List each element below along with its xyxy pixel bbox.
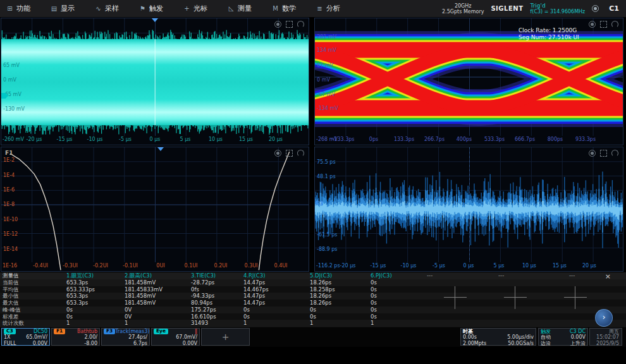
menu-item-math[interactable]: M数学 <box>269 4 314 13</box>
trigger-right: 上升沿 <box>570 341 586 346</box>
bathtub-plot[interactable] <box>1 147 309 272</box>
notification-icon[interactable] <box>592 5 599 12</box>
measure-value: 181.458mV <box>125 279 156 286</box>
measure-row-label: 当前值 <box>3 279 19 286</box>
more-icon[interactable] <box>611 21 618 28</box>
menu-item-display[interactable]: ▤显示 <box>48 4 92 13</box>
measure-column-header[interactable]: 6.PJ(C3) <box>371 272 392 279</box>
channel-descriptor-f1[interactable]: F1Bathtub2.00/-8.00 <box>51 328 100 346</box>
menu-item-analysis[interactable]: ≣分析 <box>314 4 358 13</box>
close-icon[interactable]: × <box>605 272 611 281</box>
measure-column-header[interactable]: --- <box>427 272 433 279</box>
measure-value: 0s <box>371 313 377 320</box>
menu-item-cursor[interactable]: +光标 <box>181 4 225 13</box>
x-tick-label: 20 µs <box>269 136 283 142</box>
measure-column-header[interactable]: 2.眼高(C3) <box>125 272 152 279</box>
camera-icon[interactable] <box>274 21 281 28</box>
camera-icon[interactable] <box>274 150 281 157</box>
y-tick-label: 75.5 ps <box>317 159 336 165</box>
measure-column-header[interactable]: 5.DJ(C3) <box>310 272 332 279</box>
panel-eye-diagram[interactable]: 201 mV134 mV67 mV0 mV-67 mV-134 mV -268 … <box>314 18 623 145</box>
measure-value: 175.27ps <box>191 306 216 313</box>
measure-row-label: 峰-峰值 <box>3 306 21 313</box>
channel-tag: ‖ <box>195 329 197 334</box>
measure-column-header[interactable]: 3.TIE(C3) <box>191 272 216 279</box>
waveform-x-axis: -260 mV-20 µs-15 µs-10 µs-5 µs0 µs5 µs10… <box>1 136 309 144</box>
x-tick-label: -5 µs <box>119 136 132 142</box>
channel-descriptor-f3[interactable]: F3Track(meas3)27.4ps/6.7ps <box>101 328 150 346</box>
descriptor-header: F3Track(meas3) <box>102 329 149 334</box>
add-channel-button[interactable]: + <box>201 328 250 346</box>
x-tick-label: 0.4UI <box>274 263 288 269</box>
measure-column-header[interactable]: --- <box>569 272 575 279</box>
descriptor-header: C3DC50 <box>2 329 49 334</box>
trigger-title: 触发 <box>541 329 551 334</box>
x-tick-label: -0.4UI <box>33 263 48 269</box>
camera-icon[interactable] <box>589 150 596 157</box>
datetime-date: 2025/9/5 <box>590 341 622 346</box>
x-tick-label: 5 µs <box>180 136 191 142</box>
measure-column-header[interactable]: --- <box>498 272 504 279</box>
measure-row-label: 平均值 <box>3 286 19 293</box>
panel-controls <box>274 150 304 157</box>
y-tick-label: 1E-6 <box>3 187 15 193</box>
menu-items: ⊞功能▤显示∿采样⚑触发+光标◺测量M数学≣分析 <box>4 0 358 17</box>
y-tick-label: -67 mV <box>317 92 335 97</box>
measure-row: 最大值653.3ps181.458mV80.94ps14.47ps18.26ps… <box>0 300 626 306</box>
measure-value: -94.33ps <box>191 293 214 300</box>
menu-item-label: 数学 <box>282 4 296 13</box>
maximize-icon[interactable] <box>600 21 607 28</box>
channel-descriptor-c3[interactable]: C3DC501X65.0mV/FULL0.00V <box>1 328 50 346</box>
datetime-box[interactable]: 周五15:02:072025/9/5 <box>589 328 622 346</box>
menu-item-measure[interactable]: ◺测量 <box>225 4 269 13</box>
camera-icon[interactable] <box>589 21 596 28</box>
trigger-position-marker[interactable] <box>157 147 164 151</box>
maximize-icon[interactable] <box>286 150 293 157</box>
panel-jitter-track-f3[interactable]: 75.5 ps48.1 ps-61.5 ps-88.9 ps -116.2 ps… <box>314 147 623 272</box>
y-tick-label: 1E-4 <box>3 173 15 178</box>
descriptor-row: 2.00/ <box>52 334 99 340</box>
measure-column-header[interactable]: 1.眼宽(C3) <box>66 272 94 279</box>
trigger-descriptor[interactable]: 触发C3 DC自动0.00V边沿上升沿 <box>538 328 588 346</box>
f3-channel-marker[interactable]: F3 <box>316 200 323 207</box>
add-measure-cross[interactable] <box>504 286 527 309</box>
panel-controls <box>589 150 618 157</box>
more-icon[interactable] <box>611 150 618 157</box>
timebase-left: 2.00Mpts <box>463 341 486 346</box>
track-plot[interactable] <box>315 147 623 272</box>
menu-item-utility[interactable]: ⊞功能 <box>4 4 48 13</box>
x-tick-label: 0ps <box>369 136 378 142</box>
x-tick-label: 10 µs <box>209 136 223 142</box>
utility-icon: ⊞ <box>6 5 13 12</box>
panel-waveform-c3[interactable]: 65 mV0 mV-65 mV-130 mV -260 mV-20 µs-15 … <box>1 18 309 145</box>
add-measure-cross[interactable] <box>564 286 587 309</box>
measure-row: 当前值653.3ps181.458mV-28.72ps14.47ps18.26p… <box>0 279 626 286</box>
eye-seg-num: Seg Num: 27.510k UI <box>519 34 579 41</box>
timebase-descriptor[interactable]: 时基0.00s5.00µs/div2.00Mpts50.0GSa/s <box>460 328 536 346</box>
measure-column-header[interactable]: 4.RJ(C3) <box>243 272 266 279</box>
panel-toggle-button[interactable] <box>595 309 613 327</box>
descriptor-left: FULL <box>4 341 16 346</box>
menu-item-trigger[interactable]: ⚑触发 <box>137 4 181 13</box>
trigger-position-marker[interactable] <box>152 18 158 22</box>
maximize-icon[interactable] <box>600 150 607 157</box>
channel-badge: F1 <box>54 329 65 334</box>
channel-descriptor-eye[interactable]: Eye‖67.0mV/0.00V <box>151 328 200 346</box>
add-measure-cross[interactable] <box>444 286 467 309</box>
menu-bar-right: 20GHz 2.5Gpts Memory SIGLENT Trig'd f(C3… <box>442 0 622 17</box>
descriptor-right: -8.00 <box>84 341 97 346</box>
channel-c1-button[interactable]: C1 <box>606 3 622 14</box>
menu-item-acquire[interactable]: ∿采样 <box>92 4 137 13</box>
waveform-plot[interactable] <box>1 18 309 145</box>
measure-row: 峰-峰值0s0V175.27ps0s0s0s <box>0 306 626 313</box>
maximize-icon[interactable] <box>286 21 293 28</box>
channel-badge: F3 <box>104 329 115 334</box>
descriptor-right: 27.4ps/ <box>128 334 147 340</box>
measurement-table: × 测量值1.眼宽(C3)2.眼高(C3)3.TIE(C3)4.RJ(C3)5.… <box>0 272 626 327</box>
more-icon[interactable] <box>297 150 304 157</box>
panel-bathtub-f1[interactable]: 1E-21E-41E-61E-81E-101E-121E-14 1E-16-0.… <box>1 147 309 272</box>
more-icon[interactable] <box>297 21 304 28</box>
measure-value: 0s <box>371 300 377 306</box>
analysis-icon: ≣ <box>316 5 323 12</box>
timebase-left: 0.00s <box>463 334 477 340</box>
